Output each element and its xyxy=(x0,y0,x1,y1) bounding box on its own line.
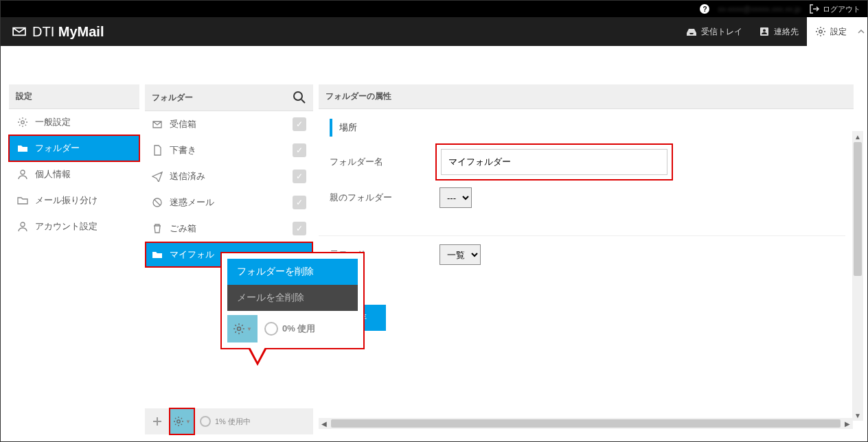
scroll-right-icon[interactable]: ▶ xyxy=(842,418,853,429)
logout-label: ログアウト xyxy=(823,4,860,14)
brand: DTI MyMail xyxy=(12,24,104,40)
utility-bar: ? xx-xxxx@xxxxx.xxx.xx.jp ログアウト xyxy=(1,1,867,17)
usage-text: 1% 使用中 xyxy=(215,417,251,427)
settings-item-filters[interactable]: メール振り分け xyxy=(9,187,139,213)
folder-open-icon xyxy=(17,195,28,206)
properties-title: フォルダーの属性 xyxy=(319,84,854,109)
sent-icon xyxy=(152,171,163,182)
parent-folder-label: 親のフォルダー xyxy=(330,191,412,204)
logout-link[interactable]: ログアウト xyxy=(809,3,860,14)
app-header: DTI MyMail 受信トレイ 連絡先 設定 xyxy=(1,17,867,46)
folder-name-input[interactable] xyxy=(441,149,667,175)
popup-gear-button[interactable]: ▼ xyxy=(227,315,258,342)
logout-icon xyxy=(809,3,820,14)
scroll-left-icon[interactable]: ◀ xyxy=(319,418,330,429)
folder-label: 迷惑メール xyxy=(170,196,214,209)
view-mode-select[interactable]: 一覧 xyxy=(439,244,481,265)
person-icon xyxy=(17,169,28,180)
settings-item-folders[interactable]: フォルダー xyxy=(9,135,139,161)
brand-text: DTI MyMail xyxy=(32,24,104,40)
check-icon: ✓ xyxy=(293,196,306,209)
svg-point-1 xyxy=(763,30,766,32)
trash-icon xyxy=(152,223,163,234)
settings-item-label: フォルダー xyxy=(35,142,80,154)
folder-label: 受信箱 xyxy=(170,118,196,130)
gear-icon xyxy=(173,416,184,427)
nav-inbox-label: 受信トレイ xyxy=(701,26,742,38)
horizontal-scrollbar[interactable]: ◀ ▶ xyxy=(319,418,853,429)
popup-tail-icon xyxy=(248,348,267,366)
inbox-icon xyxy=(686,26,697,37)
gear-icon xyxy=(17,117,28,128)
popup-usage-text: 0% 使用 xyxy=(282,323,315,335)
popup-footer: ▼ 0% 使用 xyxy=(227,315,358,342)
folder-name-label: フォルダー名 xyxy=(330,156,412,168)
settings-item-label: 個人情報 xyxy=(35,168,71,181)
help-icon[interactable]: ? xyxy=(700,4,709,14)
svg-point-8 xyxy=(177,420,180,423)
ring-icon xyxy=(264,322,278,336)
settings-sidebar: 設定 一般設定 フォルダー 個人情報 メ xyxy=(9,84,139,434)
caret-down-icon: ▼ xyxy=(247,326,252,332)
folder-item-spam[interactable]: 迷惑メール ✓ xyxy=(145,189,313,216)
context-menu: フォルダーを削除 メールを全削除 xyxy=(227,259,358,311)
account-email: xx-xxxx@xxxxx.xxx.xx.jp xyxy=(718,5,801,13)
document-icon xyxy=(152,145,163,156)
nav-settings[interactable]: 設定 xyxy=(807,17,855,46)
settings-item-personal[interactable]: 個人情報 xyxy=(9,161,139,187)
settings-item-label: アカウント設定 xyxy=(35,220,98,233)
section-location-label: 場所 xyxy=(330,119,364,137)
svg-point-5 xyxy=(21,222,25,226)
svg-point-6 xyxy=(294,92,302,100)
folder-icon xyxy=(152,249,163,260)
svg-point-3 xyxy=(21,121,24,124)
check-icon: ✓ xyxy=(293,117,306,131)
nav-contacts-label: 連絡先 xyxy=(774,26,799,38)
settings-title: 設定 xyxy=(9,84,139,109)
folder-label: ごみ箱 xyxy=(170,222,196,235)
scroll-up-icon[interactable]: ▲ xyxy=(852,131,863,142)
popup-usage: 0% 使用 xyxy=(264,322,315,336)
folders-footer: ▼ 1% 使用中 xyxy=(145,408,313,434)
gear-icon xyxy=(233,323,245,335)
add-folder-button[interactable] xyxy=(145,408,170,434)
search-icon[interactable] xyxy=(293,91,306,104)
check-icon: ✓ xyxy=(293,222,306,235)
folder-actions-button[interactable]: ▼ xyxy=(170,408,194,434)
nav-settings-label: 設定 xyxy=(830,26,847,38)
gear-icon xyxy=(815,26,826,37)
menu-item-delete-all-mail[interactable]: メールを全削除 xyxy=(227,285,358,311)
settings-item-label: 一般設定 xyxy=(35,116,71,128)
settings-item-general[interactable]: 一般設定 xyxy=(9,109,139,135)
caret-down-icon: ▼ xyxy=(185,419,191,425)
settings-item-account[interactable]: アカウント設定 xyxy=(9,213,139,240)
folder-actions-popup: フォルダーを削除 メールを全削除 ▼ 0% 使用 xyxy=(220,252,365,349)
folder-item-trash[interactable]: ごみ箱 ✓ xyxy=(145,216,313,242)
inbox-icon xyxy=(152,119,163,130)
folders-title: フォルダー xyxy=(152,92,193,104)
spam-icon xyxy=(152,197,163,208)
check-icon: ✓ xyxy=(293,143,306,157)
check-icon: ✓ xyxy=(293,170,306,183)
scroll-down-icon[interactable]: ▼ xyxy=(852,410,863,421)
nav-contacts[interactable]: 連絡先 xyxy=(751,17,807,46)
mail-logo-icon xyxy=(12,26,27,37)
folder-item-sent[interactable]: 送信済み ✓ xyxy=(145,163,313,189)
svg-point-2 xyxy=(819,30,822,33)
nav-chevron-up-icon[interactable] xyxy=(855,17,867,46)
menu-item-delete-folder[interactable]: フォルダーを削除 xyxy=(227,259,358,285)
plus-icon xyxy=(152,416,163,427)
parent-folder-select[interactable]: --- xyxy=(439,187,472,208)
folders-title-bar: フォルダー xyxy=(145,84,313,111)
folder-item-drafts[interactable]: 下書き ✓ xyxy=(145,137,313,163)
vertical-scrollbar[interactable]: ▲ ▼ xyxy=(852,131,863,421)
svg-point-9 xyxy=(238,327,241,331)
folder-item-inbox[interactable]: 受信箱 ✓ xyxy=(145,111,313,137)
main-nav: 受信トレイ 連絡先 設定 xyxy=(678,17,867,46)
svg-point-4 xyxy=(21,170,25,174)
account-icon xyxy=(17,221,28,232)
workspace: 設定 一般設定 フォルダー 個人情報 メ xyxy=(1,46,867,441)
storage-usage: 1% 使用中 xyxy=(200,416,251,427)
nav-inbox[interactable]: 受信トレイ xyxy=(678,17,751,46)
folder-label: 下書き xyxy=(170,144,196,156)
